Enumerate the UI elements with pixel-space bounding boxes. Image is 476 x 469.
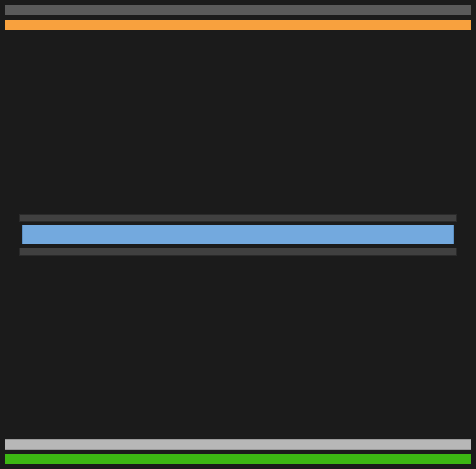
l2-cache-bar bbox=[22, 225, 454, 244]
memory-controller-column-right bbox=[459, 34, 471, 435]
gpc-and-cache-area bbox=[19, 34, 457, 435]
main-diagram-area bbox=[5, 34, 471, 435]
nvlink-bar bbox=[5, 454, 471, 464]
high-speed-hub-bar bbox=[5, 439, 471, 450]
gpc-row-top bbox=[19, 34, 457, 210]
crossbar-row-upper bbox=[19, 214, 457, 222]
gigathread-engine-bar bbox=[5, 20, 471, 30]
gpu-block-diagram: { "bars": { "pci": "PCI Express 4.0 Host… bbox=[0, 0, 476, 469]
pci-express-host-interface-bar bbox=[5, 5, 471, 15]
crossbar-row-lower bbox=[19, 248, 457, 256]
gpc-row-bottom bbox=[19, 259, 457, 435]
memory-controller-column-left bbox=[5, 34, 17, 435]
